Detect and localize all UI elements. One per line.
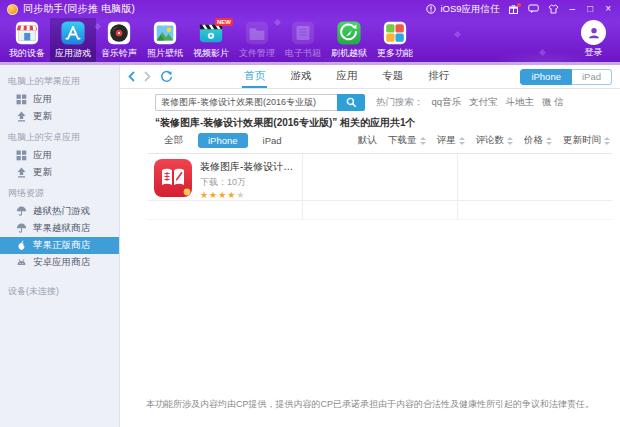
sort-update-time[interactable]: 更新时间 [563,134,610,147]
filter-ipad[interactable]: iPad [257,133,288,148]
sidebar-item-jailbreak-hot-games[interactable]: 越狱热门游戏 [0,203,119,220]
sidebar-item-android-app-store[interactable]: 安卓应用商店 [0,254,119,271]
main-toolbar: 我的设备 应用游戏 音乐铃声 照片壁纸 [0,18,620,62]
search-input[interactable] [155,94,337,111]
toolbar-item-ebooks[interactable]: 电子书籍 [280,18,326,62]
apps-grid-icon [16,94,27,105]
new-badge: NEW [215,18,233,26]
app-rating-stars: ★★★★★ [200,190,296,200]
umbrella-icon [16,223,27,234]
update-arrow-icon [16,111,27,122]
app-store-icon [60,20,86,46]
app-logo-icon [7,4,18,15]
empty-cell [303,154,458,201]
window-title: 同步助手(同步推 电脑版) [23,2,135,16]
sidebar-item-apple-updates[interactable]: 更新 [0,108,119,125]
theme-skin-icon[interactable] [548,4,560,15]
update-arrow-icon [16,167,27,178]
sidebar-section-apple-on-pc: 电脑上的苹果应用 [0,69,119,91]
app-card[interactable]: 装修图库-装修设计效果图(2016专业版) 下载：10万 ★★★★★ [148,154,302,205]
filter-all[interactable]: 全部 [158,132,189,149]
apple-icon [16,240,27,251]
hot-search-link[interactable]: qq音乐 [432,96,462,109]
hot-search-label: 热门搜索： [376,96,424,109]
tab-topics[interactable]: 专题 [380,65,405,88]
empty-cell [148,201,303,220]
forward-button[interactable] [144,71,151,82]
results-grid: 装修图库-装修设计效果图(2016专业版) 下载：10万 ★★★★★ [148,153,612,220]
sort-options: 默认 下载量 评星 评论数 价格 更新时间 [358,134,610,147]
sidebar-item-apple-jailbreak-store[interactable]: 苹果越狱商店 [0,220,119,237]
sort-arrows-icon [420,137,426,145]
toolbar-item-my-devices[interactable]: 我的设备 [4,18,50,62]
close-button[interactable]: × [603,4,613,14]
back-button[interactable] [128,71,135,82]
notification-dot [517,3,521,7]
toolbar-item-jailbreak[interactable]: 刷机越狱 [326,18,372,62]
toolbar-item-file-manager[interactable]: 文件管理 [234,18,280,62]
top-bar: 同步助手(同步推 电脑版) iOS9应用信任 – [0,0,620,62]
app-icon-decoration-gallery [154,159,192,197]
hot-search-link[interactable]: 斗地主 [506,96,535,109]
sort-arrows-icon [507,137,513,145]
result-summary: “装修图库-装修设计效果图(2016专业版)” 相关的应用共1个 [120,111,620,129]
gift-icon[interactable] [508,4,520,15]
minimize-button[interactable]: – [568,4,578,14]
maximize-button[interactable]: □ [585,4,595,14]
title-bar: 同步助手(同步推 电脑版) iOS9应用信任 – [0,0,620,18]
filter-row: 全部 iPhone iPad 默认 下载量 评星 评论数 价格 更新时间 [120,129,620,152]
empty-cell [458,201,613,220]
toggle-iphone[interactable]: iPhone [520,69,572,85]
storefront-device-icon [14,20,40,46]
hot-search: 热门搜索： qq音乐 支付宝 斗地主 微 信 [376,96,564,109]
vinyl-record-icon [106,20,132,46]
sidebar-section-network-resources: 网络资源 [0,181,119,203]
filter-iphone[interactable]: iPhone [198,133,248,148]
sort-downloads[interactable]: 下载量 [388,134,426,147]
app-cell: 装修图库-装修设计效果图(2016专业版) 下载：10万 ★★★★★ [148,154,303,201]
book-icon [290,20,316,46]
sidebar: 电脑上的苹果应用 应用 更新 电脑上的安卓应用 应用 更新 网络资源 越狱热 [0,65,120,427]
sidebar-item-android-updates[interactable]: 更新 [0,164,119,181]
search-button[interactable] [337,94,365,111]
disclaimer-text: 本功能所涉及内容均由CP提供，提供内容的CP已承诺承担由于内容的合法性及健康性所… [120,398,620,411]
sidebar-item-apple-apps[interactable]: 应用 [0,91,119,108]
search-row: 热门搜索： qq音乐 支付宝 斗地主 微 信 [120,89,620,111]
toolbar-item-photos-wallpapers[interactable]: 照片壁纸 [142,18,188,62]
toggle-ipad[interactable]: iPad [572,69,612,85]
content-area: 首页 游戏 应用 专题 排行 iPhone iPad 热门搜索： [120,65,620,427]
photo-landscape-icon [152,20,178,46]
tab-home[interactable]: 首页 [242,65,267,88]
nav-row: 首页 游戏 应用 专题 排行 iPhone iPad [120,65,620,89]
jailbreak-compass-icon [336,20,362,46]
sort-arrows-icon [546,137,552,145]
sort-default[interactable]: 默认 [358,134,377,147]
sidebar-item-android-apps[interactable]: 应用 [0,147,119,164]
sort-reviews[interactable]: 评论数 [476,134,514,147]
toolbar-item-apps-games[interactable]: 应用游戏 [50,18,96,62]
more-grid-icon [382,20,408,46]
device-toggle: iPhone iPad [520,69,612,85]
toolbar-item-videos-movies[interactable]: 视频影片 NEW [188,18,234,62]
android-icon [16,257,27,268]
sort-arrows-icon [604,137,610,145]
search-icon [346,97,357,108]
ios9-trust-button[interactable]: iOS9应用信任 [425,3,499,16]
app-title: 装修图库-装修设计效果图(2016专业版) [200,160,296,174]
sidebar-section-device-disconnected: 设备(未连接) [0,279,119,301]
login-button[interactable]: 登录 [581,20,606,59]
empty-cell [303,201,458,220]
sidebar-item-apple-official-store[interactable]: 苹果正版商店 [0,237,119,254]
hot-search-link[interactable]: 支付宝 [469,96,498,109]
refresh-button[interactable] [160,70,173,83]
tab-rankings[interactable]: 排行 [426,65,451,88]
feedback-chat-icon[interactable] [528,4,540,15]
app-window: 同步助手(同步推 电脑版) iOS9应用信任 – [0,0,620,427]
tab-games[interactable]: 游戏 [288,65,313,88]
sort-rating[interactable]: 评星 [437,134,465,147]
sort-price[interactable]: 价格 [524,134,552,147]
hot-search-link[interactable]: 微 信 [542,96,564,109]
toolbar-item-music-ringtones[interactable]: 音乐铃声 [96,18,142,62]
tab-apps[interactable]: 应用 [334,65,359,88]
toolbar-item-more-functions[interactable]: 更多功能 [372,18,418,62]
